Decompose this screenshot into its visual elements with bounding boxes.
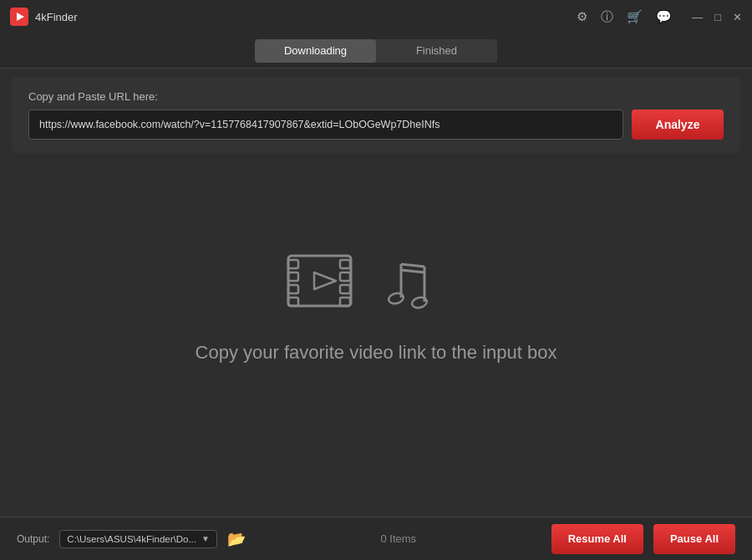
output-label: Output: [17,533,49,545]
svg-point-15 [411,296,428,309]
svg-rect-9 [340,285,350,293]
svg-rect-4 [288,272,298,281]
url-input[interactable] [28,109,623,140]
analyze-button[interactable]: Analyze [632,109,724,140]
info-icon[interactable]: ⓘ [601,9,613,25]
film-icon [284,243,368,322]
tab-bar: Downloading Finished [0,33,752,69]
folder-icon[interactable]: 📂 [227,530,246,548]
pause-all-button[interactable]: Pause All [653,524,735,554]
close-button[interactable]: ✕ [733,11,742,23]
settings-icon[interactable]: ⚙ [577,9,587,24]
svg-rect-8 [340,272,350,281]
cart-icon[interactable]: 🛒 [627,9,643,24]
titlebar-left: 4kFinder [10,8,78,26]
footer: Output: C:\Users\ASUS\4kFinder\Do... ▼ 📂… [0,517,752,560]
output-path-text: C:\Users\ASUS\4kFinder\Do... [67,534,196,544]
url-label: Copy and Paste URL here: [28,90,724,103]
tab-downloading[interactable]: Downloading [255,39,376,63]
music-icon [376,243,468,322]
empty-state: Copy your favorite video link to the inp… [0,161,752,445]
chat-icon[interactable]: 💬 [656,9,672,24]
main-content: Copy and Paste URL here: Analyze [12,77,740,153]
svg-point-13 [388,292,404,305]
output-path-selector[interactable]: C:\Users\ASUS\4kFinder\Do... ▼ [59,530,217,548]
svg-rect-7 [340,260,350,268]
window-controls: — □ ✕ [692,11,742,23]
resume-all-button[interactable]: Resume All [551,524,643,554]
url-row: Analyze [28,109,724,140]
minimize-button[interactable]: — [692,11,703,23]
maximize-button[interactable]: □ [714,11,721,23]
svg-line-17 [401,270,424,272]
titlebar-icons: ⚙ ⓘ 🛒 💬 — □ ✕ [577,9,742,25]
svg-line-16 [401,264,424,267]
tab-finished[interactable]: Finished [376,39,497,63]
svg-rect-3 [288,260,298,268]
tab-container: Downloading Finished [255,39,497,63]
items-count: 0 Items [256,532,541,545]
chevron-down-icon: ▼ [201,534,210,543]
app-title: 4kFinder [35,11,78,23]
empty-icons [284,243,468,322]
empty-message: Copy your favorite video link to the inp… [196,342,557,364]
titlebar: 4kFinder ⚙ ⓘ 🛒 💬 — □ ✕ [0,0,752,33]
app-logo-icon [10,8,28,26]
svg-marker-11 [314,272,336,289]
svg-rect-5 [288,285,298,293]
